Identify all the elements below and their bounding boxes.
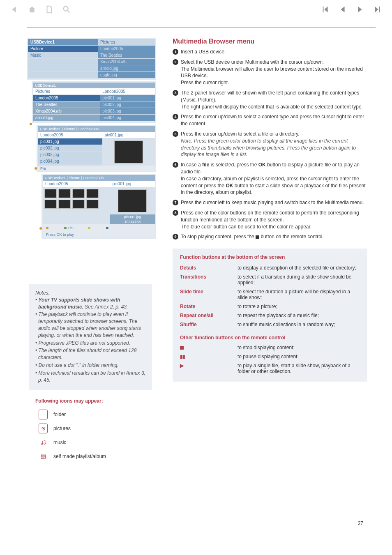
icon-playlist: self made playlist/album (39, 451, 156, 461)
svg-rect-5 (41, 455, 44, 456)
svg-rect-6 (41, 456, 44, 457)
fn-title-2: Other function buttons on the remote con… (180, 335, 360, 341)
notes-box: Notes: Your TV supports slide shows with… (29, 284, 152, 390)
main-heading: Multimedia Browser menu (173, 38, 367, 45)
svg-rect-7 (41, 458, 44, 458)
top-toolbar (0, 0, 392, 16)
fn-title-1: Function buttons at the bottom of the sc… (180, 254, 360, 260)
last-icon[interactable] (373, 5, 382, 16)
header-divider (27, 27, 376, 28)
fn-table: Detailsto display a description of the s… (180, 263, 360, 329)
back-icon[interactable] (10, 5, 19, 16)
first-icon[interactable] (321, 5, 330, 16)
function-buttons-box: Function buttons at the bottom of the sc… (173, 249, 367, 382)
icon-music: music (39, 438, 156, 447)
svg-point-2 (43, 428, 44, 429)
icon-pictures: pictures (39, 424, 156, 433)
svg-point-0 (64, 6, 68, 11)
page-number: 27 (358, 520, 363, 526)
home-icon[interactable] (28, 5, 37, 16)
icons-heading: Following icons may appear: (35, 398, 156, 404)
browser-screenshots: USBDevice1 Picture Music Pictures London… (27, 38, 156, 239)
icon-folder: folder (39, 410, 156, 419)
search-icon[interactable] (62, 5, 71, 16)
play-icon: ▶ (180, 363, 238, 374)
steps-list: 1Insert a USB device. 2Select the USB de… (173, 48, 367, 240)
notes-heading: Notes: (35, 290, 145, 297)
document-icon[interactable] (45, 5, 54, 16)
prev-icon[interactable] (338, 5, 347, 16)
pause-icon: ▮▮ (180, 354, 238, 359)
stop-icon (256, 235, 259, 239)
next-icon[interactable] (355, 5, 364, 16)
stop-icon (180, 346, 184, 350)
